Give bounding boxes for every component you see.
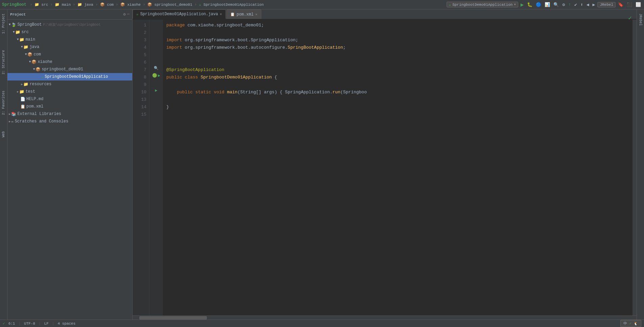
code-editor[interactable]: package com.xiaohe.springboot_demo01; ⊟ … bbox=[163, 20, 633, 316]
line-num-9: 9 bbox=[133, 81, 146, 89]
tree-item-src[interactable]: ▼ 📁 src bbox=[7, 28, 132, 36]
arrow-src: ▼ bbox=[13, 30, 15, 34]
vertical-scrollbar[interactable] bbox=[633, 20, 637, 316]
settings-button[interactable]: ⚙️ bbox=[561, 2, 566, 8]
tab-pom-label: pom.xml bbox=[237, 12, 254, 17]
tree-item-springboot[interactable]: ▼ 🍃 SpringBoot F:\框架\springBoot\SpringBo… bbox=[7, 21, 132, 28]
ime-indicator[interactable]: 中 ✓ 🐧 bbox=[620, 320, 641, 327]
project-sidebar: Project ⚙ — ▼ 🍃 SpringBoot F:\框架\springB… bbox=[7, 9, 133, 320]
tree-item-test[interactable]: ▶ 📁 test bbox=[7, 88, 132, 95]
tree-item-java[interactable]: ▼ 📁 java bbox=[7, 43, 132, 51]
status-line-col[interactable]: 6:1 bbox=[8, 322, 15, 326]
status-separator3: | bbox=[52, 322, 54, 326]
tree-item-xiaohe[interactable]: ▼ 📦 xiaohe bbox=[7, 58, 132, 66]
ime-checkmark: ✓ bbox=[629, 321, 631, 326]
line-num-13: 13 bbox=[133, 96, 146, 103]
tree-item-com[interactable]: ▼ 📦 com bbox=[7, 51, 132, 58]
content-area: 1: Project 2: Structure 2: Favorites Web… bbox=[0, 9, 644, 320]
code-line-8: public class SpringbootDemo01Application… bbox=[166, 74, 633, 81]
arrow-xiaohe: ▼ bbox=[29, 60, 31, 64]
breadcrumb-main: 📁 main bbox=[55, 2, 71, 7]
line-num-4: 4 bbox=[133, 44, 146, 51]
gutter-line-15 bbox=[149, 109, 163, 116]
gutter-line-8: 🟢 ▶ bbox=[149, 72, 163, 79]
sidebar-collapse-icon[interactable]: — bbox=[127, 12, 129, 17]
demo01-package-icon: 📦 bbox=[35, 67, 41, 72]
side-tab-jrebel[interactable]: JRebel bbox=[638, 11, 643, 28]
gutter-area: 🔍 🟢 ▶ ▶ bbox=[149, 20, 163, 316]
tree-label-test: test bbox=[25, 89, 35, 94]
tree-label-main: main bbox=[25, 37, 35, 42]
tab-java-label: SpringbootDemo01Application.java bbox=[140, 12, 218, 17]
sidebar-title: Project bbox=[10, 13, 26, 17]
side-tab-web[interactable]: Web bbox=[1, 129, 6, 140]
line-num-3: 3 bbox=[133, 37, 146, 44]
run-config-selector[interactable]: ☕ SpringbootDemo01Application ▼ bbox=[447, 2, 518, 7]
tree-label-resources: resources bbox=[29, 82, 51, 87]
tree-item-scratches[interactable]: ▶ ✏️ Scratches and Consoles bbox=[7, 118, 132, 125]
run-icon-line10[interactable]: ▶ bbox=[155, 88, 157, 93]
gutter-line-7: 🔍 bbox=[149, 64, 163, 72]
side-tab-structure[interactable]: 2: Structure bbox=[1, 47, 6, 77]
xiaohe-package-icon: 📦 bbox=[31, 60, 37, 65]
gutter-line-10: ▶ bbox=[149, 87, 163, 94]
editor-main: ☕ SpringbootDemo01Application.java ✕ 📋 p… bbox=[133, 9, 637, 320]
profile-button[interactable]: 📊 bbox=[544, 2, 551, 8]
horizontal-scrollbar[interactable] bbox=[133, 316, 637, 320]
vcs-commit-button[interactable]: ✔ bbox=[573, 2, 578, 8]
jrebel-button[interactable]: JRebel bbox=[597, 2, 616, 7]
arrow-scratches: ▶ bbox=[9, 120, 10, 123]
run-config-dropdown-icon[interactable]: ▼ bbox=[514, 3, 516, 6]
arrow-java: ▼ bbox=[21, 45, 23, 49]
search-everywhere-button[interactable]: 🔍 bbox=[552, 2, 560, 8]
gutter-line-4 bbox=[149, 42, 163, 49]
tab-xml-icon: 📋 bbox=[230, 12, 235, 17]
line-num-2: 2 bbox=[133, 29, 146, 37]
arrow-springboot: ▼ bbox=[9, 23, 10, 26]
tree-label-help-md: HELP.md bbox=[26, 97, 43, 101]
scrollbar-thumb bbox=[139, 316, 207, 320]
arrow-ext-libs: ▶ bbox=[9, 112, 10, 116]
tree-item-resources[interactable]: ▶ 📁 resources bbox=[7, 80, 132, 88]
nav-back-button[interactable]: ◀ bbox=[586, 2, 590, 8]
resources-folder-icon: 📁 bbox=[23, 82, 28, 87]
resize-button[interactable]: ⬜ bbox=[635, 2, 642, 8]
vcs-push-button[interactable]: ⬆ bbox=[579, 2, 584, 8]
tab-java-file[interactable]: ☕ SpringbootDemo01Application.java ✕ bbox=[133, 9, 226, 19]
tab-pom-close[interactable]: ✕ bbox=[255, 12, 258, 17]
status-encoding[interactable]: UTF-8 bbox=[24, 322, 35, 326]
debug-button[interactable]: 🐛 bbox=[526, 2, 533, 8]
tree-item-help-md[interactable]: 📄 HELP.md bbox=[7, 95, 132, 103]
bean-icon-line8[interactable]: 🟢 bbox=[152, 73, 157, 78]
magnify-icon-line7[interactable]: 🔍 bbox=[154, 66, 159, 70]
bookmark-button[interactable]: 🔖 bbox=[617, 2, 624, 8]
status-separator2: | bbox=[39, 322, 41, 326]
coverage-button[interactable]: 🔵 bbox=[535, 2, 542, 8]
tree-item-springboot-demo01[interactable]: ▼ 📦 springboot_demo01 bbox=[7, 66, 132, 73]
nav-fwd-button[interactable]: ▶ bbox=[592, 2, 596, 8]
main-class-icon: ☕ bbox=[41, 74, 44, 79]
run-button[interactable]: ▶ bbox=[520, 1, 525, 8]
status-line-sep[interactable]: LF bbox=[44, 322, 49, 326]
tab-java-close[interactable]: ✕ bbox=[220, 12, 222, 16]
gutter-line-9 bbox=[149, 79, 163, 87]
line-num-10: 10 bbox=[133, 89, 146, 96]
arrow-resources: ▶ bbox=[21, 83, 23, 86]
vcs-update-button[interactable]: ↑ bbox=[567, 2, 572, 7]
status-vcs: ✓ bbox=[3, 321, 5, 326]
tree-item-pom-xml[interactable]: 📋 pom.xml bbox=[7, 103, 132, 110]
side-tab-project[interactable]: 1: Project bbox=[1, 11, 6, 37]
tree-item-external-libs[interactable]: ▶ 📚 External Libraries bbox=[7, 110, 132, 118]
ext-libs-icon: 📚 bbox=[11, 112, 16, 117]
tree-item-main[interactable]: ▼ 📁 main bbox=[7, 36, 132, 43]
brand-label[interactable]: SpringBoot bbox=[2, 2, 26, 7]
tab-pom-xml[interactable]: 📋 pom.xml ✕ bbox=[226, 9, 261, 19]
side-tab-favorites[interactable]: 2: Favorites bbox=[1, 88, 6, 118]
sidebar-gear-icon[interactable]: ⚙ bbox=[123, 12, 126, 17]
line-num-14: 14 bbox=[133, 103, 146, 111]
code-line-2 bbox=[166, 29, 633, 37]
run-icon-line8[interactable]: ▶ bbox=[158, 73, 160, 78]
tree-item-main-class[interactable]: ☕ SpringbootDemo01Applicatio bbox=[7, 73, 132, 80]
status-indent[interactable]: 4 spaces bbox=[57, 322, 75, 326]
layout-button[interactable]: ⬛ bbox=[626, 2, 633, 8]
